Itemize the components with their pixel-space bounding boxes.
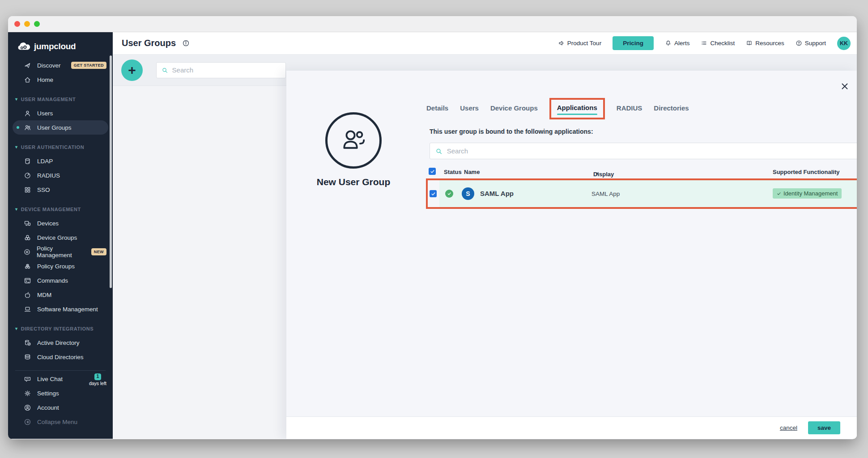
maximize-window-button[interactable]: [34, 21, 40, 27]
sidebar-item-discover[interactable]: DiscoverGET STARTED: [8, 58, 113, 72]
section-device-management[interactable]: ▾DEVICE MANAGEMENT: [8, 203, 113, 216]
chevron-down-icon: ▾: [15, 97, 18, 102]
sidebar-item-label: MDM: [37, 292, 51, 298]
megaphone-icon: [558, 40, 565, 47]
row-checkbox[interactable]: [430, 190, 437, 197]
badge-get-started: GET STARTED: [71, 62, 106, 69]
section-user-management[interactable]: ▾USER MANAGEMENT: [8, 93, 113, 106]
select-all-checkbox[interactable]: [429, 168, 436, 175]
sidebar-divider: [15, 370, 106, 371]
sidebar-item-collapse-menu[interactable]: Collapse Menu: [8, 415, 113, 429]
sidebar-scrollbar[interactable]: [110, 55, 112, 288]
days-left-count: 1: [94, 373, 101, 380]
application-search-input[interactable]: [447, 147, 857, 155]
add-user-group-button[interactable]: +: [121, 59, 143, 81]
support-button[interactable]: Support: [796, 40, 826, 47]
tab-device-groups[interactable]: Device Groups: [490, 104, 538, 114]
sidebar-item-live-chat[interactable]: Live Chat1days left: [8, 372, 113, 386]
target-icon: [23, 248, 31, 256]
product-tour-button[interactable]: Product Tour: [558, 40, 601, 47]
tab-details[interactable]: Details: [426, 104, 448, 114]
devices-icon: [23, 219, 31, 227]
sort-asc-icon: ▲: [595, 171, 599, 175]
sidebar-item-policy-management[interactable]: Policy ManagementNEW: [8, 245, 113, 259]
group-list-search[interactable]: [156, 62, 286, 78]
sidebar-item-radius[interactable]: RADIUS: [8, 168, 113, 182]
sidebar-item-home[interactable]: Home: [8, 72, 113, 87]
sidebar-item-commands[interactable]: Commands: [8, 273, 113, 288]
jumpcloud-logo[interactable]: jumpcloud: [8, 32, 113, 55]
applications-table-header: Status Name Display Label▲ Supported Fun…: [286, 166, 857, 179]
section-user-authentication[interactable]: ▾USER AUTHENTICATION: [8, 140, 113, 154]
minimize-window-button[interactable]: [24, 21, 30, 27]
sidebar-item-label: Collapse Menu: [37, 419, 77, 425]
sidebar-item-policy-groups[interactable]: Policy Groups: [8, 259, 113, 273]
book-icon: [746, 40, 753, 47]
sidebar-item-device-groups[interactable]: Device Groups: [8, 230, 113, 245]
saml-app-avatar: S: [462, 187, 474, 200]
titlebar: [8, 16, 857, 32]
sidebar-item-mdm[interactable]: MDM: [8, 288, 113, 302]
search-icon: [435, 148, 443, 155]
tab-users[interactable]: Users: [460, 104, 479, 114]
main-area: User Groups Product Tour Pricing Alerts: [113, 32, 857, 439]
app-name-cell[interactable]: SAML App: [480, 190, 514, 197]
sidebar-item-cloud-directories[interactable]: Cloud Directories: [8, 350, 113, 364]
rocket-icon: [23, 61, 31, 69]
sidebar-item-label: Home: [37, 76, 53, 83]
sidebar-item-users[interactable]: Users: [8, 106, 113, 120]
device-group-icon: [23, 233, 31, 242]
sidebar-item-label: User Groups: [37, 124, 72, 131]
alerts-button[interactable]: Alerts: [665, 40, 690, 47]
gear-icon: [23, 389, 31, 397]
laptop-icon: [23, 305, 31, 313]
save-button[interactable]: save: [808, 421, 840, 434]
check-icon: [777, 191, 781, 196]
column-status[interactable]: Status: [444, 169, 462, 175]
sidebar-item-label: Users: [37, 110, 53, 117]
app-window: jumpcloud DiscoverGET STARTEDHome▾USER M…: [8, 16, 857, 439]
page-title: User Groups: [122, 38, 176, 48]
sidebar-item-devices[interactable]: Devices: [8, 216, 113, 230]
section-directory-integrations[interactable]: ▾DIRECTORY INTEGRATIONS: [8, 322, 113, 335]
annotation-rectangle-tab: Applications: [549, 98, 605, 119]
resources-button[interactable]: Resources: [746, 40, 784, 47]
info-icon[interactable]: [182, 39, 190, 47]
chevron-down-icon: ▾: [15, 207, 18, 212]
user-group-emblem: [325, 112, 382, 169]
sidebar-item-ldap[interactable]: LDAP: [8, 154, 113, 168]
sidebar-item-label: Cloud Directories: [37, 354, 84, 360]
close-window-button[interactable]: [14, 21, 20, 27]
help-icon: [796, 40, 802, 47]
sidebar-item-user-groups[interactable]: User Groups: [13, 120, 108, 135]
sidebar-item-account[interactable]: Account: [8, 400, 113, 415]
user-group-icon: [23, 123, 31, 131]
sidebar-item-settings[interactable]: Settings: [8, 386, 113, 400]
sidebar-item-active-directory[interactable]: Active Directory: [8, 335, 113, 350]
checklist-button[interactable]: Checklist: [701, 40, 735, 47]
chevron-down-icon: ▾: [15, 144, 18, 149]
supported-functionality-badge: Identity Management: [773, 188, 842, 199]
tab-directories[interactable]: Directories: [654, 104, 689, 114]
pricing-button[interactable]: Pricing: [613, 36, 654, 50]
application-search[interactable]: [430, 143, 857, 159]
sidebar-item-sso[interactable]: SSO: [8, 182, 113, 197]
user-avatar[interactable]: KK: [837, 37, 851, 50]
sidebar-nav: DiscoverGET STARTEDHome▾USER MANAGEMENTU…: [8, 55, 113, 433]
sidebar-item-label: Account: [37, 404, 59, 411]
column-name[interactable]: Name: [464, 169, 480, 175]
close-icon[interactable]: [840, 81, 851, 92]
sidebar-item-software-management[interactable]: Software Management: [8, 302, 113, 316]
sidebar-item-label: LDAP: [37, 158, 53, 165]
database-icon: [23, 157, 31, 165]
group-search-input[interactable]: [172, 66, 281, 74]
tab-radius[interactable]: RADIUS: [617, 104, 642, 114]
tab-applications[interactable]: Applications: [557, 104, 597, 113]
user-group-glyph-icon: [340, 127, 367, 154]
sidebar-item-label: Device Groups: [37, 234, 77, 241]
drawer-tabs: DetailsUsersDevice GroupsApplicationsRAD…: [426, 97, 689, 121]
sidebar-item-label: RADIUS: [37, 172, 60, 179]
column-supported-functionality[interactable]: Supported Functionality: [773, 169, 840, 175]
sidebar-item-label: Discover: [37, 62, 61, 69]
cancel-button[interactable]: cancel: [780, 424, 797, 431]
